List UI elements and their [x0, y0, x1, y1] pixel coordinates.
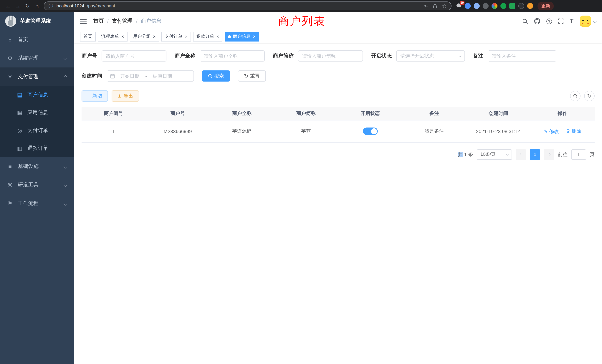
breadcrumb-payment[interactable]: 支付管理 [112, 18, 133, 24]
tools-icon: ⚒ [7, 182, 13, 188]
help-icon[interactable]: ? [546, 18, 552, 24]
close-icon[interactable]: × [153, 34, 156, 39]
fullscreen-icon[interactable] [558, 19, 563, 24]
sidebar-menu: ⌂ 首页 ⚙ 系统管理 ¥ 支付管理 ▤ 商户信息 [0, 30, 74, 213]
extension-icon-5[interactable] [500, 3, 506, 9]
font-size-icon[interactable]: T [570, 18, 573, 24]
page-size-select[interactable]: 10条/页 [477, 149, 512, 160]
export-button[interactable]: 导出 [112, 90, 139, 102]
merchant-abbr-input[interactable] [298, 50, 363, 62]
browser-menu-icon[interactable]: ⋮ [555, 1, 563, 10]
chevron-right-icon [548, 153, 550, 156]
end-date-input[interactable] [149, 73, 177, 79]
extension-icon-6[interactable] [509, 3, 515, 9]
sidebar-item-workflow[interactable]: ⚑ 工作流程 [0, 194, 74, 213]
extension-icon-1[interactable] [465, 3, 471, 9]
extensions-puzzle-icon[interactable]: 10 [456, 3, 462, 9]
tab-pay-order[interactable]: 支付订单 × [161, 32, 191, 41]
goto-page-input[interactable] [571, 149, 586, 160]
target-icon: ◎ [16, 127, 23, 134]
sidebar-item-label: 支付管理 [18, 73, 60, 80]
sidebar-item-label: 研发工具 [18, 182, 60, 188]
refresh-button[interactable]: ↻ [584, 91, 595, 101]
back-icon[interactable]: ← [4, 1, 13, 10]
header-actions: 操作 [530, 107, 595, 120]
sidebar-item-merchant-info[interactable]: ▤ 商户信息 [0, 86, 74, 104]
bookmark-star-icon[interactable]: ☆ [442, 3, 447, 9]
table-header-row: 商户编号 商户号 商户全称 商户简称 开启状态 备注 创建时间 操作 [82, 107, 595, 120]
extension-icon-7[interactable] [518, 3, 524, 9]
app-logo[interactable]: 芋道管理系统 [0, 12, 74, 30]
delete-button[interactable]: 删除 [566, 128, 581, 134]
flag-icon: ⚑ [7, 200, 13, 207]
password-key-icon[interactable] [423, 3, 428, 8]
tab-process-form[interactable]: 流程表单 × [98, 32, 127, 41]
status-select[interactable]: 请选择开启状态 [396, 50, 465, 62]
chevron-down-icon [64, 165, 67, 168]
extension-badge: 10 [460, 1, 464, 5]
share-icon[interactable] [433, 3, 438, 8]
reload-icon[interactable]: ↻ [23, 1, 32, 10]
create-time-range-picker[interactable]: - [107, 70, 194, 82]
merchant-name-input[interactable] [200, 50, 265, 62]
sidebar-item-app-info[interactable]: ▦ 应用信息 [0, 104, 74, 122]
github-icon[interactable] [534, 18, 540, 24]
sidebar-item-label: 系统管理 [18, 55, 60, 62]
hamburger-icon[interactable] [80, 19, 87, 23]
tab-home[interactable]: 首页 [80, 32, 96, 41]
search-icon [573, 94, 578, 98]
sidebar-item-payment[interactable]: ¥ 支付管理 [0, 67, 74, 86]
tab-user-group[interactable]: 用户分组 × [129, 32, 159, 41]
sidebar-item-dev-tools[interactable]: ⚒ 研发工具 [0, 176, 74, 194]
tab-label: 退款订单 [196, 33, 214, 40]
sidebar-item-refund-order[interactable]: ▥ 退款订单 [0, 139, 74, 157]
chevron-down-icon [64, 183, 67, 187]
extension-icon-4[interactable] [492, 3, 497, 9]
browser-update-button[interactable]: 更新 [538, 2, 554, 10]
extension-icon-2[interactable] [474, 3, 480, 9]
browser-home-icon[interactable]: ⌂ [33, 1, 42, 10]
toggle-search-button[interactable] [570, 91, 580, 101]
tab-merchant-info[interactable]: 商户信息 × [225, 32, 259, 41]
prev-page-button[interactable] [516, 149, 526, 160]
chevron-up-icon [64, 75, 67, 79]
merchant-no-input[interactable] [102, 50, 166, 62]
sidebar-item-infrastructure[interactable]: ▣ 基础设施 [0, 157, 74, 176]
active-tab-dot [228, 35, 231, 38]
page-1-button[interactable]: 1 [530, 149, 540, 160]
close-icon[interactable]: × [253, 34, 256, 39]
edit-button[interactable]: ✎ 修改 [544, 128, 559, 135]
add-button[interactable]: + 新增 [82, 90, 108, 102]
user-avatar[interactable] [580, 16, 591, 27]
status-toggle[interactable] [363, 128, 377, 135]
browser-profile-icon[interactable] [527, 3, 533, 9]
extension-icon-3[interactable] [483, 3, 489, 9]
sidebar-item-system[interactable]: ⚙ 系统管理 [0, 49, 74, 67]
search-button[interactable]: 搜索 [202, 70, 230, 82]
extensions-tray: 10 [456, 3, 533, 9]
start-date-input[interactable] [116, 73, 144, 79]
breadcrumb-home[interactable]: 首页 [93, 18, 104, 24]
close-icon[interactable]: × [216, 34, 219, 39]
chevron-down-icon [593, 19, 597, 23]
tab-refund-order[interactable]: 退款订单 × [193, 32, 223, 41]
sidebar-item-home[interactable]: ⌂ 首页 [0, 30, 74, 49]
close-icon[interactable]: × [185, 34, 187, 39]
search-icon[interactable] [522, 18, 528, 24]
address-bar[interactable]: ⓘ localhost:1024 /pay/merchant ☆ [44, 1, 452, 10]
user-menu[interactable] [580, 16, 596, 27]
site-info-icon[interactable]: ⓘ [49, 3, 53, 9]
forward-icon[interactable]: → [13, 1, 22, 10]
status-label: 开启状态 [371, 53, 392, 59]
header-merchant-abbr: 商户简称 [274, 107, 338, 120]
header-merchant-id: 商户编号 [82, 107, 146, 120]
sidebar-item-pay-order[interactable]: ◎ 支付订单 [0, 122, 74, 139]
reset-button[interactable]: ↻ 重置 [238, 70, 266, 82]
annotation-merchant-list: 商户列表 [278, 14, 325, 29]
close-icon[interactable]: × [121, 34, 124, 39]
tab-label: 首页 [83, 33, 92, 40]
remark-input[interactable] [488, 50, 556, 62]
header-status: 开启状态 [338, 107, 402, 120]
next-page-button[interactable] [544, 149, 554, 160]
cell-merchant-name: 芋道源码 [210, 120, 274, 142]
